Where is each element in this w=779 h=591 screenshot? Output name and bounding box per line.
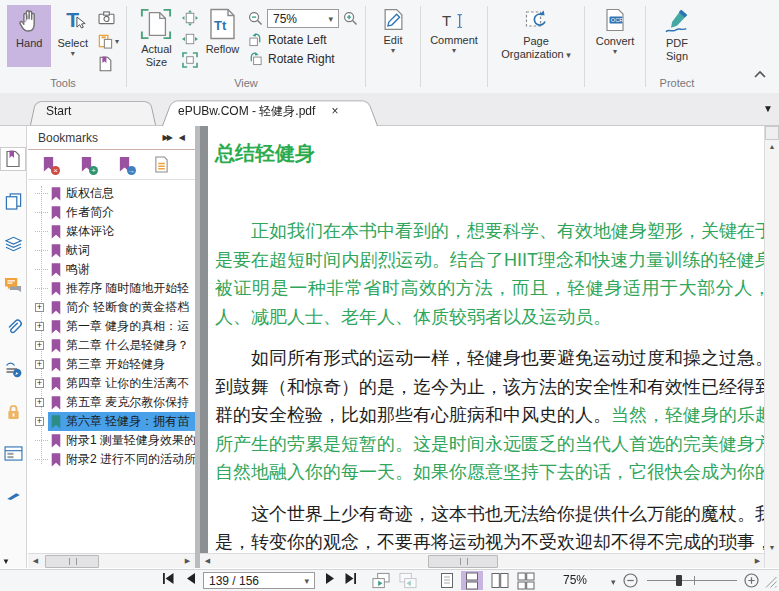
bookmark-item[interactable]: + 第四章 让你的生活离不 [28, 374, 195, 393]
bookmarks-panel-title: Bookmarks [38, 131, 98, 145]
ink-signature-panel-button[interactable] [1, 484, 25, 506]
bookmark-page-style-button[interactable] [154, 156, 170, 173]
panel-strip-menu-icon[interactable]: ▼ [2, 557, 10, 566]
zoom-in-button[interactable] [744, 573, 759, 588]
continuous-facing-layout-button[interactable] [515, 571, 537, 590]
single-page-layout-button[interactable] [436, 571, 458, 590]
zoom-out-button[interactable] [623, 573, 638, 588]
fit-visible-button[interactable] [182, 52, 198, 68]
scroll-left-icon[interactable] [201, 555, 214, 567]
delete-bookmark-button[interactable] [40, 156, 56, 173]
expander-icon[interactable]: + [35, 360, 44, 369]
fit-width-button[interactable] [182, 31, 198, 47]
expander-icon[interactable]: + [35, 303, 44, 312]
rotate-right-button[interactable]: Rotate Right [248, 51, 358, 66]
expander-icon[interactable]: + [35, 398, 44, 407]
bookmark-item[interactable]: 献词 [28, 241, 195, 260]
zoom-in-button[interactable] [343, 11, 358, 26]
scroll-up-icon[interactable] [765, 143, 779, 150]
zoom-slider-track[interactable] [647, 580, 737, 581]
bookmark-page-button[interactable] [98, 55, 119, 73]
scrollbar-thumb[interactable] [45, 555, 99, 568]
expander-icon[interactable]: + [35, 379, 44, 388]
signatures-panel-button[interactable] [1, 358, 25, 380]
hand-tool-button[interactable]: Hand [7, 5, 51, 67]
actual-size-button[interactable]: Actual Size [134, 5, 179, 69]
page-number-input[interactable]: 139 / 156 [203, 572, 315, 589]
expander-icon [35, 231, 48, 232]
previous-page-button[interactable] [187, 573, 195, 584]
resize-grip-icon[interactable] [765, 576, 777, 588]
next-page-button[interactable] [326, 573, 334, 584]
bookmark-item[interactable]: 推荐序 随时随地开始轻 [28, 279, 195, 298]
previous-view-button[interactable] [372, 572, 390, 589]
pdf-sign-button[interactable]: PDF Sign [657, 5, 697, 67]
collapse-ribbon-button[interactable] [753, 69, 767, 79]
goto-bookmark-button[interactable] [116, 156, 132, 173]
fit-page-button[interactable] [182, 10, 198, 26]
page-organization-button[interactable]: Page Organization [497, 5, 575, 67]
scroll-right-icon[interactable] [751, 555, 764, 567]
zoom-dropdown-icon[interactable]: ▾ [611, 577, 616, 587]
convert-button[interactable]: Convert ▾ [592, 5, 638, 67]
bookmark-item[interactable]: 附录1 测量轻健身效果的 [28, 431, 195, 450]
layers-panel-button[interactable] [1, 232, 25, 254]
add-bookmark-button[interactable] [78, 156, 94, 173]
actual-size-icon [140, 8, 172, 40]
main-area: ▼ Bookmarks ▶▶ ◀ [0, 126, 779, 568]
snapshot-button[interactable] [98, 9, 119, 27]
scroll-down-icon[interactable] [765, 544, 779, 551]
zoom-level-select[interactable]: 75% [267, 9, 339, 28]
expander-icon[interactable]: + [35, 417, 44, 426]
collapse-panel-icon[interactable]: ◀ [175, 133, 189, 142]
bookmark-item[interactable]: + 第一章 健身的真相：运 [28, 317, 195, 336]
security-panel-button[interactable] [1, 400, 25, 422]
expand-panel-icon[interactable]: ▶▶ [159, 133, 175, 142]
bookmark-label: 第六章 轻健身：拥有苗 [66, 413, 189, 430]
reflow-button[interactable]: Reflow [201, 5, 244, 67]
comments-panel-button[interactable] [1, 274, 25, 296]
rotate-left-button[interactable]: Rotate Left [248, 32, 358, 47]
bookmark-item[interactable]: 作者简介 [28, 203, 195, 222]
tab-list-menu-button[interactable]: ▼ [763, 103, 773, 114]
bookmarks-panel-button[interactable] [1, 148, 25, 170]
page-thumbnails-panel-button[interactable] [1, 190, 25, 212]
expander-icon[interactable]: + [35, 341, 44, 350]
edit-button[interactable]: Edit ▾ [373, 5, 413, 67]
bookmark-item[interactable]: 版权信息 [28, 184, 195, 203]
tab-start[interactable]: Start [30, 99, 156, 125]
scrollbar-thumb[interactable] [428, 555, 498, 568]
bookmark-item[interactable]: + 第六章 轻健身：拥有苗 [28, 412, 195, 431]
page-background-gutter [200, 126, 208, 554]
bookmark-item[interactable]: + 第三章 开始轻健身 [28, 355, 195, 374]
first-page-button[interactable] [163, 573, 174, 584]
tab-active-document[interactable]: ePUBw.COM - 轻健身.pdf× [162, 98, 378, 126]
close-tab-icon[interactable]: × [331, 104, 350, 118]
scroll-left-icon[interactable] [29, 555, 42, 567]
select-tool-button[interactable]: T Select ▾ [51, 5, 94, 67]
bookmark-flag-icon [50, 453, 62, 467]
scroll-right-icon[interactable] [181, 555, 194, 567]
bookmark-item[interactable]: 媒体评论 [28, 222, 195, 241]
bookmark-item[interactable]: + 简介 轻断食的黄金搭档 [28, 298, 195, 317]
zoom-out-button[interactable] [248, 11, 263, 26]
last-page-button[interactable] [345, 573, 356, 584]
form-fields-icon [4, 446, 23, 461]
attachments-panel-button[interactable] [1, 316, 25, 338]
bookmark-item[interactable]: 鸣谢 [28, 260, 195, 279]
next-view-button[interactable] [399, 572, 417, 589]
expander-icon[interactable]: + [35, 322, 44, 331]
continuous-layout-button[interactable] [461, 571, 483, 590]
fields-panel-button[interactable] [1, 442, 25, 464]
bookmark-item[interactable]: + 第二章 什么是轻健身？ [28, 336, 195, 355]
chevron-down-icon: ▾ [71, 50, 75, 57]
bookmark-item[interactable]: + 第五章 麦克尔教你保持 [28, 393, 195, 412]
document-vertical-scrollbar[interactable] [764, 126, 779, 568]
bookmark-item[interactable]: 附录2 进行不同的活动所 [28, 450, 195, 469]
zoom-slider-thumb[interactable] [676, 575, 682, 586]
comment-button[interactable]: Comment ▾ [428, 5, 480, 67]
document-horizontal-scrollbar[interactable] [200, 553, 765, 568]
clipboard-button[interactable]: ▾ [98, 32, 119, 50]
bookmarks-horizontal-scrollbar[interactable] [28, 553, 195, 568]
facing-layout-button[interactable] [489, 571, 511, 590]
